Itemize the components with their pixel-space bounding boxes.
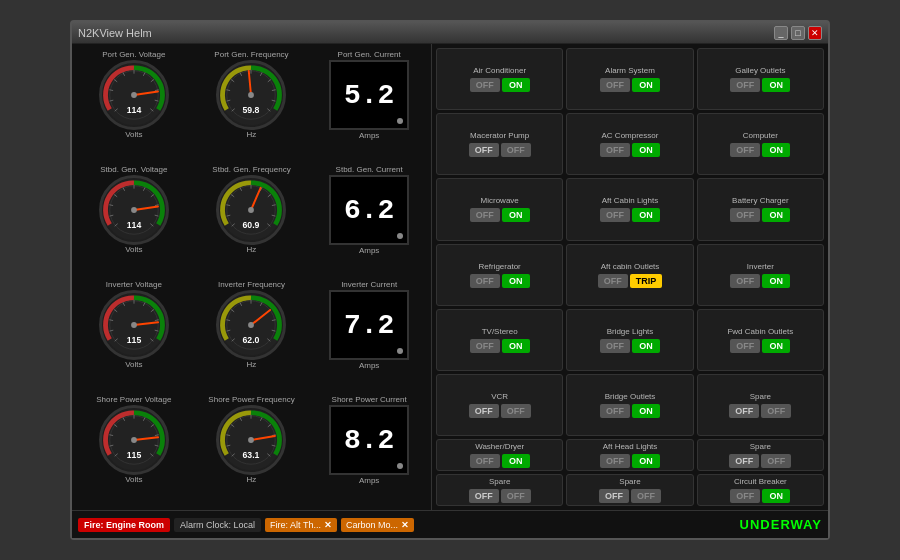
alarm-clock-status: Alarm Clock: Local [174, 518, 261, 532]
gauge-label-6: Inverter Voltage [106, 280, 162, 289]
switch-off-btn-12[interactable]: OFF [470, 339, 500, 353]
switch-off-btn-0[interactable]: OFF [470, 78, 500, 92]
switch-off-btn-23[interactable]: OFF [730, 489, 760, 503]
switch-on-btn-17[interactable]: OFF [761, 404, 791, 418]
switch-on-btn-5[interactable]: ON [762, 143, 790, 157]
switch-off-btn-8[interactable]: OFF [730, 208, 760, 222]
gauge-svg-1: 59.8 [219, 62, 283, 128]
switch-off-btn-14[interactable]: OFF [730, 339, 760, 353]
switch-off-btn-5[interactable]: OFF [730, 143, 760, 157]
switch-on-btn-3[interactable]: OFF [501, 143, 531, 157]
switch-on-btn-11[interactable]: ON [762, 274, 790, 288]
gauge-unit-6: Volts [125, 360, 142, 369]
carbon-mo-tag: Carbon Mo... ✕ [341, 518, 414, 532]
switch-off-btn-20[interactable]: OFF [729, 454, 759, 468]
window-title: N2KView Helm [78, 27, 771, 39]
gauge-svg-4: 60.9 [219, 177, 283, 243]
gauge-cell-0: Port Gen. Voltage [76, 48, 192, 161]
switch-name-14: Fwd Cabin Outlets [727, 327, 793, 336]
switch-off-btn-18[interactable]: OFF [470, 454, 500, 468]
carbon-mo-close[interactable]: ✕ [401, 520, 409, 530]
switch-buttons-11: OFF ON [730, 274, 790, 288]
close-button[interactable]: ✕ [808, 26, 822, 40]
gauge-label-4: Stbd. Gen. Frequency [212, 165, 290, 174]
switch-off-btn-11[interactable]: OFF [730, 274, 760, 288]
svg-point-94 [249, 322, 255, 328]
current-display-11: 8.2 [329, 405, 409, 475]
gauge-panel: Port Gen. Voltage [72, 44, 432, 510]
switch-on-btn-18[interactable]: ON [502, 454, 530, 468]
switch-off-btn-19[interactable]: OFF [600, 454, 630, 468]
switch-on-btn-14[interactable]: ON [762, 339, 790, 353]
switch-off-btn-10[interactable]: OFF [598, 274, 628, 288]
gauge-circle-0: 114 [99, 60, 169, 130]
switch-on-btn-1[interactable]: ON [632, 78, 660, 92]
minimize-button[interactable]: _ [774, 26, 788, 40]
switch-off-btn-4[interactable]: OFF [600, 143, 630, 157]
switch-cell-2: Galley Outlets OFF ON [697, 48, 824, 110]
switch-on-btn-8[interactable]: ON [762, 208, 790, 222]
svg-text:63.1: 63.1 [243, 450, 260, 460]
switch-on-btn-22[interactable]: OFF [631, 489, 661, 503]
switch-cell-8: Battery Charger OFF ON [697, 178, 824, 240]
switch-on-btn-2[interactable]: ON [762, 78, 790, 92]
switch-off-btn-1[interactable]: OFF [600, 78, 630, 92]
switch-buttons-21: OFF OFF [469, 489, 531, 503]
switch-on-btn-19[interactable]: ON [632, 454, 660, 468]
switch-off-btn-6[interactable]: OFF [470, 208, 500, 222]
svg-line-125 [251, 436, 275, 440]
switch-cell-21: Spare OFF OFF [436, 474, 563, 506]
switch-off-btn-17[interactable]: OFF [729, 404, 759, 418]
current-unit-2: Amps [359, 131, 379, 140]
svg-text:62.0: 62.0 [243, 335, 260, 345]
switch-off-btn-3[interactable]: OFF [469, 143, 499, 157]
switch-off-btn-22[interactable]: OFF [599, 489, 629, 503]
switch-name-9: Refrigerator [479, 262, 521, 271]
switch-on-btn-4[interactable]: ON [632, 143, 660, 157]
switch-cell-11: Inverter OFF ON [697, 244, 824, 306]
switch-off-btn-7[interactable]: OFF [600, 208, 630, 222]
switch-on-btn-12[interactable]: ON [502, 339, 530, 353]
switch-on-btn-23[interactable]: ON [762, 489, 790, 503]
switch-off-btn-13[interactable]: OFF [600, 339, 630, 353]
svg-text:115: 115 [127, 335, 142, 345]
switch-off-btn-2[interactable]: OFF [730, 78, 760, 92]
switch-cell-15: VCR OFF OFF [436, 374, 563, 436]
current-display-2: 5.2 [329, 60, 409, 130]
switch-name-8: Battery Charger [732, 196, 788, 205]
switch-off-btn-21[interactable]: OFF [469, 489, 499, 503]
switch-on-btn-0[interactable]: ON [502, 78, 530, 92]
switch-buttons-19: OFF ON [600, 454, 660, 468]
carbon-mo-label: Carbon Mo... [346, 520, 398, 530]
switch-on-btn-16[interactable]: ON [632, 404, 660, 418]
switch-on-btn-6[interactable]: ON [502, 208, 530, 222]
switch-cell-4: AC Compressor OFF ON [566, 113, 693, 175]
switch-buttons-22: OFF OFF [599, 489, 661, 503]
switch-on-btn-20[interactable]: OFF [761, 454, 791, 468]
switch-on-btn-7[interactable]: ON [632, 208, 660, 222]
switch-on-btn-21[interactable]: OFF [501, 489, 531, 503]
main-window: N2KView Helm _ □ ✕ Port Gen. Voltage [70, 20, 830, 540]
switch-name-13: Bridge Lights [607, 327, 654, 336]
switch-on-btn-13[interactable]: ON [632, 339, 660, 353]
switch-off-btn-9[interactable]: OFF [470, 274, 500, 288]
switch-on-btn-15[interactable]: OFF [501, 404, 531, 418]
svg-text:59.8: 59.8 [243, 105, 260, 115]
switch-off-btn-16[interactable]: OFF [600, 404, 630, 418]
svg-line-61 [251, 188, 261, 210]
switch-on-btn-9[interactable]: ON [502, 274, 530, 288]
switch-cell-18: Washer/Dryer OFF ON [436, 439, 563, 471]
switch-buttons-3: OFF OFF [469, 143, 531, 157]
gauge-svg-3: 114 [102, 177, 166, 243]
fire-alt-close[interactable]: ✕ [324, 520, 332, 530]
switch-name-5: Computer [743, 131, 778, 140]
switch-name-17: Spare [750, 392, 771, 401]
switch-buttons-17: OFF OFF [729, 404, 791, 418]
switch-cell-19: Aft Head Lights OFF ON [566, 439, 693, 471]
gauge-cell-5: Stbd. Gen. Current 6.2 Amps [311, 163, 427, 276]
switch-off-btn-15[interactable]: OFF [469, 404, 499, 418]
switch-on-btn-10[interactable]: TRIP [630, 274, 663, 288]
status-bar: Fire: Engine Room Alarm Clock: Local Fir… [72, 510, 828, 538]
switch-buttons-1: OFF ON [600, 78, 660, 92]
maximize-button[interactable]: □ [791, 26, 805, 40]
